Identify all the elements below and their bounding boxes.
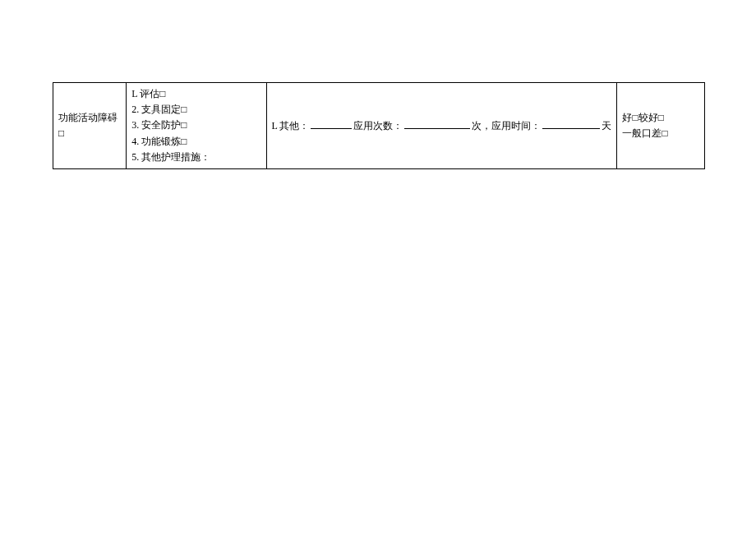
measure-item: 3. 安全防护□: [131, 118, 260, 133]
measures-list: L 评估□ 2. 支具固定□ 3. 安全防护□ 4. 功能锻炼□ 5. 其他护理…: [131, 86, 260, 165]
form-table: 功能活动障碍□ L 评估□ 2. 支具固定□ 3. 安全防护□ 4. 功能锻炼□…: [53, 82, 705, 169]
evaluation-cell: 好□较好□ 一般口差□: [617, 83, 705, 169]
usage-time-unit: 天: [602, 120, 611, 131]
evaluation-lines: 好□较好□ 一般口差□: [622, 110, 699, 141]
other-blank[interactable]: [311, 118, 352, 129]
table-row: 功能活动障碍□ L 评估□ 2. 支具固定□ 3. 安全防护□ 4. 功能锻炼□…: [53, 83, 705, 169]
other-prefix: L 其他：: [272, 120, 310, 131]
usage-time-blank[interactable]: [542, 118, 600, 129]
measure-item: 2. 支具固定□: [131, 102, 260, 118]
category-cell: 功能活动障碍□: [53, 83, 127, 169]
measure-item: 4. 功能锻炼□: [131, 134, 260, 150]
category-label: 功能活动障碍□: [58, 112, 118, 139]
usage-count-blank[interactable]: [404, 118, 470, 129]
usage-count-unit: 次，: [472, 120, 491, 131]
usage-count-label: 应用次数：: [353, 120, 403, 131]
details-content: L 其他：应用次数：次，应用时间：天: [272, 118, 612, 134]
measure-item: L 评估□: [131, 86, 260, 102]
details-cell: L 其他：应用次数：次，应用时间：天: [266, 83, 617, 169]
measures-cell: L 评估□ 2. 支具固定□ 3. 安全防护□ 4. 功能锻炼□ 5. 其他护理…: [127, 83, 266, 169]
evaluation-line2: 一般口差□: [622, 126, 699, 141]
form-table-container: 功能活动障碍□ L 评估□ 2. 支具固定□ 3. 安全防护□ 4. 功能锻炼□…: [53, 82, 705, 169]
usage-time-label: 应用时间：: [491, 120, 541, 131]
evaluation-line1: 好□较好□: [622, 110, 699, 126]
measure-item: 5. 其他护理措施：: [131, 150, 260, 165]
